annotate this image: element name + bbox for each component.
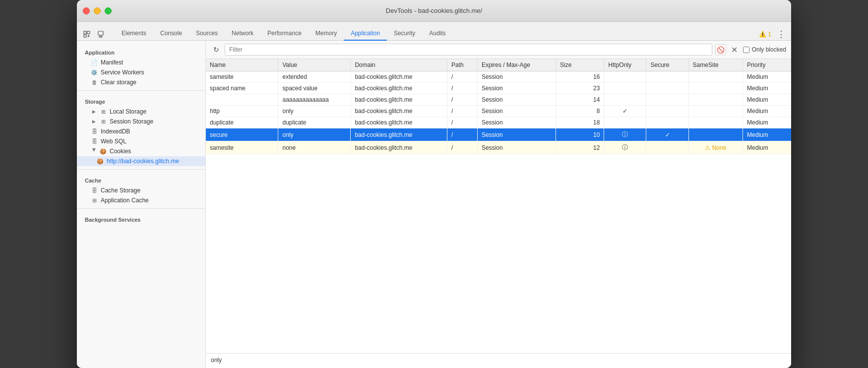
tab-application[interactable]: Application (344, 27, 387, 41)
cache-storage-label: Cache Storage (101, 187, 140, 194)
minimize-button[interactable] (94, 7, 101, 14)
close-button[interactable] (83, 7, 90, 14)
sidebar-item-application-cache[interactable]: ⊞ Application Cache (77, 195, 205, 205)
sidebar-item-cookies[interactable]: ▶ 🍪 Cookies (77, 146, 205, 156)
table-cell: 10 (556, 128, 604, 141)
table-cell: bad-cookies.glitch.me (351, 117, 447, 128)
more-options-icon[interactable]: ⋮ (775, 28, 787, 40)
tab-memory[interactable]: Memory (309, 27, 344, 41)
tab-audits[interactable]: Audits (422, 27, 452, 41)
sidebar-item-clear-storage[interactable]: 🗑 Clear storage (77, 77, 205, 87)
cookie-url-icon: 🍪 (97, 158, 104, 165)
toolbar-icons (81, 28, 107, 40)
table-cell: Medium (743, 141, 791, 154)
table-cell (688, 128, 743, 141)
inspect-icon[interactable] (81, 28, 93, 40)
warning-badge[interactable]: ⚠️ 1 (759, 31, 771, 38)
col-size[interactable]: Size (556, 59, 604, 71)
table-cell: Medium (743, 83, 791, 94)
cookies-icon: 🍪 (100, 148, 107, 155)
manifest-label: Manifest (101, 59, 123, 66)
table-cell: only (278, 128, 351, 141)
svg-rect-3 (98, 31, 103, 35)
table-cell: / (447, 128, 478, 141)
table-cell: extended (278, 71, 351, 83)
device-icon[interactable] (95, 28, 107, 40)
table-row[interactable]: httponlybad-cookies.glitch.me/Session8✓M… (206, 106, 791, 117)
sidebar-item-service-workers[interactable]: ⚙️ Service Workers (77, 67, 205, 77)
tab-network[interactable]: Network (225, 27, 260, 41)
window-title: DevTools - bad-cookies.glitch.me/ (386, 7, 482, 14)
table-cell: ✓ (646, 128, 688, 141)
table-cell: samesite (206, 71, 278, 83)
table-cell: ⚠ None (688, 141, 743, 154)
sidebar-item-indexeddb[interactable]: 🗄 IndexedDB (77, 126, 205, 136)
tab-performance[interactable]: Performance (260, 27, 309, 41)
table-cell (688, 94, 743, 106)
refresh-button[interactable]: ↻ (211, 44, 222, 55)
table-cell: Session (477, 117, 556, 128)
tab-sources[interactable]: Sources (189, 27, 225, 41)
clear-filter-button[interactable]: ✕ (729, 44, 740, 55)
cookies-label: Cookies (110, 148, 131, 155)
table-cell: / (447, 83, 478, 94)
table-cell: Session (477, 106, 556, 117)
col-name[interactable]: Name (206, 59, 278, 71)
col-expires[interactable]: Expires / Max-Age (477, 59, 556, 71)
col-domain[interactable]: Domain (351, 59, 447, 71)
table-cell: Session (477, 83, 556, 94)
sidebar-item-local-storage[interactable]: ▶ ⊞ Local Storage (77, 107, 205, 117)
sidebar-item-manifest[interactable]: 📄 Manifest (77, 58, 205, 67)
table-cell (604, 83, 646, 94)
col-httponly[interactable]: HttpOnly (604, 59, 646, 71)
only-blocked-label[interactable]: Only blocked (743, 46, 786, 53)
tab-elements[interactable]: Elements (115, 27, 153, 41)
sidebar-item-cookie-url[interactable]: 🍪 http://bad-cookies.glitch.me (77, 156, 205, 166)
table-cell: 23 (556, 83, 604, 94)
preview-bar: only (206, 353, 791, 368)
tabs-container: ElementsConsoleSourcesNetworkPerformance… (115, 27, 453, 40)
table-row[interactable]: secureonlybad-cookies.glitch.me/Session1… (206, 128, 791, 141)
table-cell: bad-cookies.glitch.me (351, 128, 447, 141)
filter-input[interactable] (225, 44, 712, 56)
table-cell (646, 83, 688, 94)
table-cell: Medium (743, 117, 791, 128)
table-row[interactable]: aaaaaaaaaaaaaabad-cookies.glitch.me/Sess… (206, 94, 791, 106)
indexeddb-label: IndexedDB (101, 128, 130, 135)
only-blocked-checkbox[interactable] (743, 47, 749, 53)
manifest-icon: 📄 (91, 59, 98, 66)
table-row[interactable]: samesitenonebad-cookies.glitch.me/Sessio… (206, 141, 791, 154)
col-value[interactable]: Value (278, 59, 351, 71)
table-cell: Session (477, 94, 556, 106)
col-samesite[interactable]: SameSite (688, 59, 743, 71)
table-cell (646, 117, 688, 128)
table-row[interactable]: duplicateduplicatebad-cookies.glitch.me/… (206, 117, 791, 128)
block-cookies-button[interactable]: 🚫 (715, 44, 726, 55)
indexeddb-icon: 🗄 (91, 128, 98, 135)
main-panel: ↻ 🚫 ✕ Only blocked Name Value Domain (206, 41, 791, 368)
expand-cookies-icon: ▶ (91, 148, 97, 154)
col-secure[interactable]: Secure (646, 59, 688, 71)
tab-security[interactable]: Security (387, 27, 422, 41)
sidebar-divider-2 (77, 169, 205, 170)
table-row[interactable]: spaced namespaced valuebad-cookies.glitc… (206, 83, 791, 94)
maximize-button[interactable] (105, 7, 112, 14)
sidebar-item-session-storage[interactable]: ▶ ⊞ Session Storage (77, 117, 205, 126)
table-cell: ✓ (604, 106, 646, 117)
table-row[interactable]: samesiteextendedbad-cookies.glitch.me/Se… (206, 71, 791, 83)
tab-console[interactable]: Console (153, 27, 189, 41)
table-cell: / (447, 117, 478, 128)
sidebar-item-web-sql[interactable]: 🗄 Web SQL (77, 136, 205, 146)
col-path[interactable]: Path (447, 59, 478, 71)
table-cell: only (278, 106, 351, 117)
sidebar-divider-3 (77, 208, 205, 209)
storage-section-title: Storage (77, 94, 205, 107)
table-cell: Medium (743, 106, 791, 117)
table-cell: Medium (743, 94, 791, 106)
col-priority[interactable]: Priority (743, 59, 791, 71)
table-cell: 14 (556, 94, 604, 106)
table-cell: spaced name (206, 83, 278, 94)
table-cell (688, 83, 743, 94)
sidebar-item-cache-storage[interactable]: 🗄 Cache Storage (77, 185, 205, 195)
table-cell: bad-cookies.glitch.me (351, 83, 447, 94)
